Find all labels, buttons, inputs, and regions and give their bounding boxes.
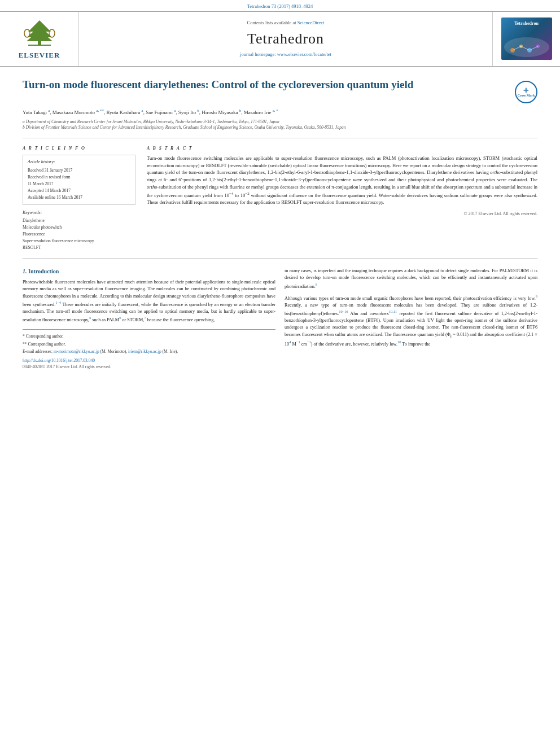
article-content: ✛ Cross Mark Turn-on mode fluorescent di… [0,67,560,381]
intro-paragraph-2: in many cases, is imperfect and the imag… [285,268,537,290]
keyword-2: Molecular photoswitch [23,224,135,231]
abstract-heading: A B S T R A C T [147,145,537,151]
article-history-box: Article history: Received 31 January 201… [23,155,135,205]
crossmark-badge: ✛ Cross Mark [515,81,537,103]
sciencedirect-line: Contents lists available at ScienceDirec… [247,20,325,27]
article-info-heading: A R T I C L E I N F O [23,145,135,151]
keywords-section: Keywords: Diarylethene Molecular photosw… [23,209,135,251]
history-title: Article history: [28,159,130,165]
intro-paragraph-3: Although various types of turn-on mode s… [285,294,537,348]
journal-reference-bar: Tetrahedron 73 (2017) 4918–4924 [0,0,560,11]
svg-point-6 [49,29,55,37]
svg-line-12 [521,46,530,50]
journal-header: ELSEVIER Contents lists available at Sci… [0,11,560,67]
body-right-col: in many cases, is imperfect and the imag… [285,268,537,370]
journal-cover-area: Tetrahedron [492,12,560,66]
keyword-3: Fluorescence [23,231,135,238]
affiliation-b: b Division of Frontier Materials Science… [23,125,537,131]
available-online-date: Available online 16 March 2017 [28,194,130,201]
abstract-column: A B S T R A C T Turn-on mode fluorescenc… [147,145,537,252]
email-2[interactable]: iriem@rikkyo.ac.jp [128,349,161,354]
cover-structure-icon [501,30,549,59]
section-number: 1. [23,268,27,274]
article-title: Turn-on mode fluorescent diarylethenes: … [23,78,537,92]
received-date: Received 31 January 2017 [28,167,130,174]
keyword-1: Diarylethene [23,217,135,224]
intro-heading: 1. Introduction [23,268,275,276]
svg-point-5 [24,29,30,37]
issn-line: 0040-4020/© 2017 Elsevier Ltd. All right… [23,364,275,370]
abstract-text: Turn-on mode fluorescence switching mole… [147,155,537,206]
authors-line: Yuta Takagi a, Masakazu Morimoto a, **, … [23,108,537,117]
affiliation-a: a Department of Chemistry and Research C… [23,119,537,125]
received-revised-label: Received in revised form [28,174,130,181]
journal-title-area: Contents lists available at ScienceDirec… [79,12,492,66]
homepage-url[interactable]: www.elsevier.com/locate/tet [277,51,331,57]
journal-reference: Tetrahedron 73 (2017) 4918–4924 [247,3,313,9]
keyword-5: RESOLFT [23,244,135,251]
svg-rect-1 [28,45,51,46]
email-1[interactable]: m-morimoto@rikkyo.ac.jp [54,349,99,354]
body-section: 1. Introduction Photoswitchable fluoresc… [23,268,537,370]
crossmark-badge-area[interactable]: ✛ Cross Mark [515,81,537,103]
divider [23,138,537,138]
journal-homepage-line: journal homepage: www.elsevier.com/locat… [240,51,331,58]
homepage-label: journal homepage: [240,51,276,57]
footnote-double-star: ** Corresponding author. [23,341,275,347]
article-info-column: A R T I C L E I N F O Article history: R… [23,145,135,252]
journal-cover-image: Tetrahedron [501,18,552,60]
svg-line-11 [513,46,521,50]
sciencedirect-link[interactable]: ScienceDirect [298,20,325,25]
intro-title: Introduction [28,268,59,274]
contents-available-text: Contents lists available at [247,20,296,25]
info-abstract-section: A R T I C L E I N F O Article history: R… [23,145,537,252]
elsevier-tree-icon [17,18,62,49]
received-revised-date: 11 March 2017 [28,181,130,187]
keyword-4: Super-resolution fluorescence microscopy [23,238,135,244]
copyright-line: © 2017 Elsevier Ltd. All rights reserved… [147,211,537,217]
body-left-col: 1. Introduction Photoswitchable fluoresc… [23,268,275,370]
email-label: E-mail addresses: [23,349,53,354]
accepted-date: Accepted 14 March 2017 [28,187,130,194]
svg-line-13 [530,46,538,50]
crossmark-label: Cross Mark [518,94,535,98]
elsevier-label: ELSEVIER [19,50,60,60]
intro-paragraph-1: Photoswitchable fluorescent molecules ha… [23,279,275,324]
keywords-title: Keywords: [23,209,135,216]
doi-link[interactable]: http://dx.doi.org/10.1016/j.tet.2017.03.… [23,358,275,364]
cover-title: Tetrahedron [503,20,550,27]
journal-title: Tetrahedron [247,29,324,49]
footnotes-area: * Corresponding author. ** Corresponding… [23,329,275,370]
divider-2 [23,258,537,259]
elsevier-logo: ELSEVIER [17,18,62,60]
title-section: ✛ Cross Mark Turn-on mode fluorescent di… [23,78,537,103]
footnote-email: E-mail addresses: m-morimoto@rikkyo.ac.j… [23,348,275,355]
footnote-star: * Corresponding author. [23,333,275,339]
affiliations: a Department of Chemistry and Research C… [23,119,537,131]
authors-text: Yuta Takagi a, Masakazu Morimoto a, **, … [23,110,278,115]
publisher-logo-area: ELSEVIER [0,12,79,66]
page: Tetrahedron 73 (2017) 4918–4924 [0,0,560,381]
